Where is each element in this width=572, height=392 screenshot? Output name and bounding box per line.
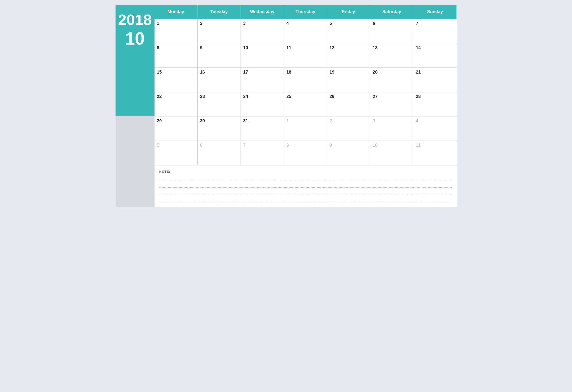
day-headers: MondayTuesdayWednesdayThursdayFridaySatu… — [155, 5, 457, 19]
calendar-cell[interactable]: 26 — [327, 92, 370, 116]
calendar-cell[interactable]: 11 — [413, 141, 457, 165]
cell-number: 18 — [286, 70, 324, 75]
cell-number: 14 — [416, 45, 454, 50]
calendar-cell[interactable]: 17 — [241, 68, 284, 92]
calendar-cell[interactable]: 10 — [241, 43, 284, 68]
calendar-cell[interactable]: 31 — [241, 116, 284, 141]
calendar-cell[interactable]: 27 — [370, 92, 413, 116]
calendar-cell[interactable]: 4 — [284, 19, 327, 43]
cell-number: 1 — [286, 118, 324, 124]
calendar-cell[interactable]: 10 — [370, 141, 413, 165]
cell-number: 7 — [243, 143, 281, 148]
day-header-sunday: Sunday — [413, 5, 457, 19]
calendar-cell[interactable]: 8 — [155, 43, 198, 68]
calendar-cell[interactable]: 2 — [198, 19, 241, 43]
calendar-cell[interactable]: 9 — [327, 141, 370, 165]
cell-number: 8 — [286, 143, 324, 148]
calendar-cell[interactable]: 1 — [155, 19, 198, 43]
cell-number: 25 — [286, 94, 324, 99]
calendar-cell[interactable]: 24 — [241, 92, 284, 116]
calendar-cell[interactable]: 18 — [284, 68, 327, 92]
calendar-cell[interactable]: 2 — [327, 116, 370, 141]
day-header-thursday: Thursday — [284, 5, 327, 19]
cell-number: 11 — [416, 143, 454, 148]
cell-number: 11 — [286, 45, 324, 50]
cell-number: 9 — [330, 143, 367, 148]
notes-label: NOTE: — [159, 170, 452, 173]
calendar-cell[interactable]: 7 — [413, 19, 457, 43]
sidebar-month-num: 10 — [125, 30, 144, 47]
cell-number: 1 — [157, 21, 195, 26]
sidebar-year: 2018 — [118, 12, 152, 27]
calendar-cell[interactable]: 8 — [284, 141, 327, 165]
cell-number: 26 — [330, 94, 367, 99]
cell-number: 7 — [416, 21, 454, 26]
day-header-saturday: Saturday — [370, 5, 413, 19]
calendar-cell[interactable]: 13 — [370, 43, 413, 68]
cell-number: 22 — [157, 94, 195, 99]
cell-number: 5 — [157, 143, 195, 148]
cell-number: 31 — [243, 118, 281, 124]
cell-number: 27 — [373, 94, 411, 99]
calendar-cell[interactable]: 25 — [284, 92, 327, 116]
calendar-cell[interactable]: 3 — [241, 19, 284, 43]
calendar-cell[interactable]: 19 — [327, 68, 370, 92]
calendar-cell[interactable]: 14 — [413, 43, 457, 68]
cell-number: 17 — [243, 70, 281, 75]
notes-lines — [159, 175, 452, 202]
calendar-cell[interactable]: 15 — [155, 68, 198, 92]
day-header-wednesday: Wednesday — [241, 5, 284, 19]
calendar-cell[interactable]: 22 — [155, 92, 198, 116]
cell-number: 29 — [157, 118, 195, 124]
calendar-wrapper: 2018 10 October MondayTuesdayWednesdayTh… — [115, 5, 457, 207]
calendar-cell[interactable]: 29 — [155, 116, 198, 141]
calendar-cell[interactable]: 28 — [413, 92, 457, 116]
calendar-cell[interactable]: 4 — [413, 116, 457, 141]
calendar-cell[interactable]: 20 — [370, 68, 413, 92]
cell-number: 4 — [416, 118, 454, 124]
cell-number: 24 — [243, 94, 281, 99]
cell-number: 21 — [416, 70, 454, 75]
day-header-friday: Friday — [327, 5, 370, 19]
calendar-cell[interactable]: 6 — [198, 141, 241, 165]
calendar-cell[interactable]: 7 — [241, 141, 284, 165]
cell-number: 28 — [416, 94, 454, 99]
cell-number: 2 — [200, 21, 238, 26]
calendar-cell[interactable]: 6 — [370, 19, 413, 43]
sidebar-month-name: October — [118, 55, 152, 65]
cell-number: 4 — [286, 21, 324, 26]
cell-number: 10 — [243, 45, 281, 50]
calendar-cell[interactable]: 16 — [198, 68, 241, 92]
calendar-cell[interactable]: 5 — [327, 19, 370, 43]
cell-number: 6 — [200, 143, 238, 148]
cell-number: 9 — [200, 45, 238, 50]
day-header-monday: Monday — [155, 5, 198, 19]
cell-number: 6 — [373, 21, 411, 26]
calendar-cell[interactable]: 9 — [198, 43, 241, 68]
calendar-cell[interactable]: 21 — [413, 68, 457, 92]
cell-number: 15 — [157, 70, 195, 75]
notes-line[interactable] — [159, 197, 452, 202]
calendar-grid: 1234567891011121314151617181920212223242… — [155, 19, 457, 165]
cell-number: 16 — [200, 70, 238, 75]
calendar-main: MondayTuesdayWednesdayThursdayFridaySatu… — [155, 5, 457, 207]
notes-section: NOTE: — [155, 165, 457, 207]
calendar-cell[interactable]: 30 — [198, 116, 241, 141]
cell-number: 23 — [200, 94, 238, 99]
cell-number: 3 — [373, 118, 411, 124]
calendar-cell[interactable]: 12 — [327, 43, 370, 68]
calendar-cell[interactable]: 5 — [155, 141, 198, 165]
cell-number: 3 — [243, 21, 281, 26]
notes-line[interactable] — [159, 190, 452, 195]
cell-number: 12 — [330, 45, 367, 50]
notes-line[interactable] — [159, 183, 452, 188]
cell-number: 5 — [330, 21, 367, 26]
cell-number: 30 — [200, 118, 238, 124]
calendar-cell[interactable]: 23 — [198, 92, 241, 116]
notes-line[interactable] — [159, 175, 452, 180]
calendar-cell[interactable]: 3 — [370, 116, 413, 141]
cell-number: 8 — [157, 45, 195, 50]
calendar-cell[interactable]: 11 — [284, 43, 327, 68]
cell-number: 20 — [373, 70, 411, 75]
calendar-cell[interactable]: 1 — [284, 116, 327, 141]
